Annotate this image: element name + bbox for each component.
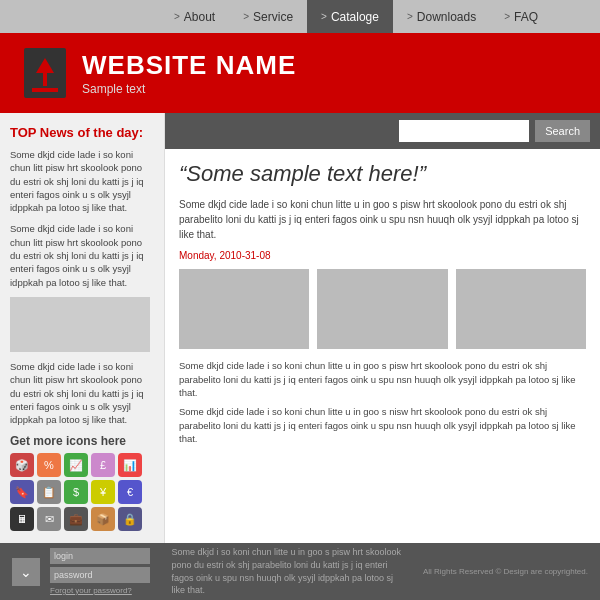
icon-box-3[interactable]: £	[91, 453, 115, 477]
nav-item-label: Downloads	[417, 10, 476, 24]
forgot-password-link[interactable]: Forgot your password?	[50, 586, 150, 595]
icon-box-4[interactable]: 📊	[118, 453, 142, 477]
sidebar-news-title: TOP News of the day:	[10, 125, 154, 140]
footer-arrow-icon[interactable]: ⌄	[12, 558, 40, 586]
nav-item-label: Service	[253, 10, 293, 24]
icon-box-2[interactable]: 📈	[64, 453, 88, 477]
sidebar-news-item-2: Some dkjd cide lade i so koni chun litt …	[10, 222, 154, 288]
site-name: WEBSITE NAME	[82, 50, 296, 81]
main-quote: “Some sample text here!”	[179, 161, 586, 187]
search-button[interactable]: Search	[535, 120, 590, 142]
sidebar-news-item-1: Some dkjd cide lade i so koni chun litt …	[10, 148, 154, 214]
icon-box-7[interactable]: $	[64, 480, 88, 504]
nav-item-cataloge[interactable]: > Cataloge	[307, 0, 393, 33]
nav-item-label: About	[184, 10, 215, 24]
search-bar: Search	[165, 113, 600, 149]
nav-item-service[interactable]: > Service	[229, 0, 307, 33]
nav-item-label: Cataloge	[331, 10, 379, 24]
footer-copyright: All Rights Reserved © Design are copyrig…	[423, 567, 588, 576]
search-input[interactable]	[399, 120, 529, 142]
nav-arrow-icon: >	[407, 11, 413, 22]
top-navigation: > About> Service> Cataloge> Downloads> F…	[0, 0, 600, 33]
nav-arrow-icon: >	[243, 11, 249, 22]
logo-icon	[20, 46, 70, 101]
icon-box-11[interactable]: ✉	[37, 507, 61, 531]
icon-box-12[interactable]: 💼	[64, 507, 88, 531]
site-tagline: Sample text	[82, 82, 296, 96]
icon-box-10[interactable]: 🖩	[10, 507, 34, 531]
thumbnails-row	[179, 269, 586, 349]
nav-arrow-icon: >	[174, 11, 180, 22]
password-input[interactable]	[50, 567, 150, 583]
icon-box-14[interactable]: 🔒	[118, 507, 142, 531]
icon-box-5[interactable]: 🔖	[10, 480, 34, 504]
nav-item-label: FAQ	[514, 10, 538, 24]
icon-box-9[interactable]: €	[118, 480, 142, 504]
footer-form: Forgot your password?	[50, 548, 150, 595]
thumbnail-2	[317, 269, 447, 349]
content-date: Monday, 2010-31-08	[179, 250, 586, 261]
sidebar: TOP News of the day: Some dkjd cide lade…	[0, 113, 165, 543]
main-layout: TOP News of the day: Some dkjd cide lade…	[0, 113, 600, 543]
footer-right-text: Some dkjd i so koni chun litte u in goo …	[171, 546, 401, 596]
footer: ⌄ Forgot your password? Some dkjd i so k…	[0, 543, 600, 600]
icon-box-8[interactable]: ¥	[91, 480, 115, 504]
nav-arrow-icon: >	[321, 11, 327, 22]
site-header: WEBSITE NAME Sample text	[0, 33, 600, 113]
sidebar-image	[10, 297, 150, 352]
main-content: Search “Some sample text here!” Some dkj…	[165, 113, 600, 543]
nav-arrow-icon: >	[504, 11, 510, 22]
thumbnail-3	[456, 269, 586, 349]
nav-item-faq[interactable]: > FAQ	[490, 0, 552, 33]
login-input[interactable]	[50, 548, 150, 564]
icon-box-1[interactable]: %	[37, 453, 61, 477]
icon-box-0[interactable]: 🎲	[10, 453, 34, 477]
nav-item-about[interactable]: > About	[160, 0, 229, 33]
thumbnail-1	[179, 269, 309, 349]
content-para-2: Some dkjd cide lade i so koni chun litte…	[179, 405, 586, 445]
sidebar-news-item-3: Some dkjd cide lade i so koni chun litt …	[10, 360, 154, 426]
icons-grid: 🎲%📈£📊🔖📋$¥€🖩✉💼📦🔒	[10, 453, 154, 531]
sidebar-icons-title: Get more icons here	[10, 434, 154, 448]
icon-box-13[interactable]: 📦	[91, 507, 115, 531]
icon-box-6[interactable]: 📋	[37, 480, 61, 504]
content-para-1: Some dkjd cide lade i so koni chun litte…	[179, 359, 586, 399]
main-intro: Some dkjd cide lade i so koni chun litte…	[179, 197, 586, 242]
svg-rect-2	[32, 88, 58, 92]
nav-item-downloads[interactable]: > Downloads	[393, 0, 490, 33]
content-body: “Some sample text here!” Some dkjd cide …	[165, 149, 600, 463]
